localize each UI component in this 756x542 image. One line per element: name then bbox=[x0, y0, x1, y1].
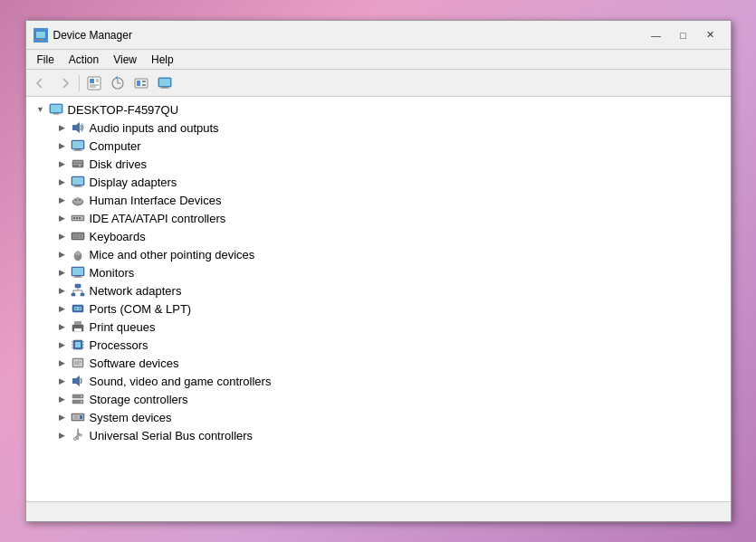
expand-icon: ▶ bbox=[55, 157, 70, 171]
menu-file[interactable]: File bbox=[30, 52, 62, 68]
expand-icon: ▶ bbox=[55, 392, 70, 406]
svg-rect-97 bbox=[80, 415, 82, 419]
expand-icon: ▶ bbox=[55, 338, 70, 352]
svg-point-91 bbox=[81, 395, 82, 397]
root-icon bbox=[48, 102, 64, 117]
computer-icon bbox=[70, 138, 86, 153]
svg-rect-73 bbox=[74, 321, 81, 325]
menu-view[interactable]: View bbox=[106, 52, 144, 68]
item-label: Human Interface Devices bbox=[90, 194, 222, 207]
list-item[interactable]: ▶ Computer bbox=[26, 137, 731, 155]
device-manager-window: Device Manager — □ ✕ File Action View He… bbox=[25, 20, 732, 522]
svg-rect-75 bbox=[73, 327, 75, 328]
scan-hardware-button[interactable] bbox=[130, 73, 152, 93]
svg-rect-31 bbox=[72, 177, 83, 185]
expand-icon: ▶ bbox=[55, 374, 70, 388]
update-driver-button[interactable] bbox=[107, 73, 129, 93]
maximize-button[interactable]: □ bbox=[671, 26, 696, 44]
svg-rect-17 bbox=[160, 88, 169, 89]
svg-rect-58 bbox=[72, 268, 83, 275]
root-label: DESKTOP-F4597QU bbox=[68, 103, 179, 117]
list-item[interactable]: ▶ System devices bbox=[26, 408, 731, 426]
item-label: Network adapters bbox=[90, 284, 182, 298]
list-item[interactable]: ▶ Print queues bbox=[26, 318, 731, 336]
menu-action[interactable]: Action bbox=[62, 52, 106, 68]
ide-icon bbox=[70, 211, 86, 225]
list-item[interactable]: ▶ Mice and other pointing devices bbox=[26, 245, 731, 263]
item-label: Ports (COM & LPT) bbox=[90, 302, 192, 316]
tree-root-item[interactable]: ▼ DESKTOP-F4597QU bbox=[26, 100, 731, 119]
close-button[interactable]: ✕ bbox=[698, 26, 723, 44]
item-label: Universal Serial Bus controllers bbox=[90, 429, 254, 442]
list-item[interactable]: ▶ Audio inputs and outputs bbox=[26, 119, 731, 137]
list-item[interactable]: ▶ Software devices bbox=[26, 354, 731, 372]
expand-icon: ▶ bbox=[55, 229, 70, 243]
svg-rect-41 bbox=[73, 217, 75, 219]
expand-icon: ▶ bbox=[55, 410, 70, 424]
svg-rect-1 bbox=[38, 39, 43, 41]
list-item[interactable]: ▶ Storage controllers bbox=[26, 390, 731, 408]
svg-rect-49 bbox=[80, 234, 81, 236]
software-icon bbox=[70, 356, 86, 370]
expand-icon: ▶ bbox=[55, 319, 70, 334]
list-item[interactable]: ▶ Sound, video and game controllers bbox=[26, 372, 731, 390]
properties-button[interactable] bbox=[83, 73, 105, 93]
usb-icon bbox=[70, 428, 86, 442]
svg-rect-48 bbox=[78, 234, 80, 236]
list-item[interactable]: ▶ Processors bbox=[26, 336, 731, 354]
expand-icon: ▶ bbox=[55, 265, 70, 280]
svg-rect-28 bbox=[73, 164, 82, 165]
audio-icon bbox=[70, 120, 86, 135]
svg-rect-27 bbox=[73, 161, 82, 163]
svg-rect-62 bbox=[72, 293, 75, 296]
expand-icon: ▶ bbox=[55, 120, 70, 135]
svg-rect-19 bbox=[51, 105, 62, 112]
window-title: Device Manager bbox=[53, 29, 132, 42]
forward-button[interactable] bbox=[53, 73, 75, 93]
item-label: Software devices bbox=[90, 357, 179, 370]
list-item[interactable]: ▶ Monitors bbox=[26, 263, 731, 281]
svg-point-98 bbox=[73, 438, 76, 441]
system-icon bbox=[70, 410, 86, 424]
svg-rect-23 bbox=[72, 141, 83, 148]
svg-rect-2 bbox=[36, 32, 45, 38]
back-button[interactable] bbox=[30, 73, 52, 93]
list-item[interactable]: ▶ Human Interface Devices bbox=[26, 191, 731, 209]
svg-rect-60 bbox=[73, 277, 82, 278]
svg-rect-24 bbox=[75, 149, 81, 150]
menu-bar: File Action View Help bbox=[26, 50, 731, 70]
device-manager-icon-button[interactable] bbox=[154, 73, 176, 93]
list-item[interactable]: ▶ Universal Serial Bus controllers bbox=[26, 426, 731, 444]
list-item[interactable]: ▶ Keyboards bbox=[26, 227, 731, 245]
svg-rect-51 bbox=[75, 237, 78, 239]
svg-rect-12 bbox=[142, 81, 146, 82]
list-item[interactable]: ▶ Display adapters bbox=[26, 173, 731, 191]
svg-rect-52 bbox=[80, 237, 81, 239]
svg-rect-43 bbox=[79, 217, 81, 219]
minimize-button[interactable]: — bbox=[644, 26, 669, 44]
list-item[interactable]: ▶ Network adapters bbox=[26, 281, 731, 300]
svg-rect-77 bbox=[75, 342, 81, 347]
disk-icon bbox=[70, 157, 86, 171]
keyboard-icon bbox=[70, 229, 86, 243]
item-label: Print queues bbox=[90, 320, 156, 334]
item-label: Audio inputs and outputs bbox=[90, 121, 219, 135]
expand-icon: ▶ bbox=[55, 283, 70, 298]
item-label: Computer bbox=[90, 139, 141, 153]
item-label: Processors bbox=[90, 338, 148, 352]
list-item[interactable]: ▶ Ports (COM & LPT) bbox=[26, 300, 731, 318]
menu-help[interactable]: Help bbox=[144, 52, 181, 68]
svg-point-29 bbox=[79, 165, 81, 166]
svg-rect-11 bbox=[137, 81, 140, 86]
item-label: Storage controllers bbox=[90, 393, 188, 406]
list-item[interactable]: ▶ IDE ATA/ATAPI controllers bbox=[26, 209, 731, 227]
svg-rect-74 bbox=[74, 328, 81, 331]
toolbar bbox=[26, 70, 731, 97]
svg-rect-15 bbox=[159, 79, 170, 86]
display-icon bbox=[70, 175, 86, 189]
mice-icon bbox=[70, 247, 86, 261]
list-item[interactable]: ▶ Disk drives bbox=[26, 155, 731, 173]
content-area[interactable]: ▼ DESKTOP-F4597QU ▶ bbox=[26, 97, 731, 501]
svg-rect-46 bbox=[73, 234, 75, 236]
title-bar: Device Manager — □ ✕ bbox=[26, 21, 731, 50]
